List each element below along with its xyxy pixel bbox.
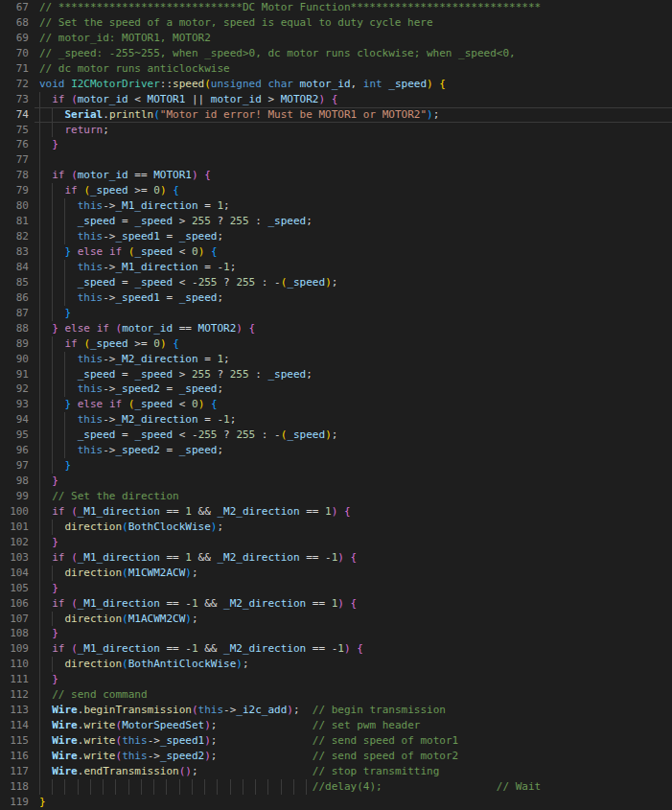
line-number[interactable]: 98	[0, 474, 36, 489]
code-line[interactable]: 102 }	[0, 535, 672, 550]
code-line[interactable]: 81 _speed = _speed > 255 ? 255 : _speed;	[0, 214, 672, 229]
line-number[interactable]: 110	[0, 657, 36, 672]
code-line[interactable]: 106 if (_M1_direction == -1 && _M2_direc…	[0, 596, 672, 612]
code-line[interactable]: 109 if (_M1_direction == -1 && _M2_direc…	[0, 641, 672, 657]
code-line[interactable]: 86 this->_speed1 = _speed;	[0, 290, 672, 306]
line-number[interactable]: 96	[0, 443, 36, 458]
code-line[interactable]: 87 }	[0, 306, 672, 321]
code-line[interactable]: 108 }	[0, 626, 672, 641]
line-number[interactable]: 106	[0, 596, 36, 612]
line-number[interactable]: 92	[0, 382, 36, 397]
code-line[interactable]: 104 direction(M1CWM2ACW);	[0, 566, 672, 581]
code-line[interactable]: 68// Set the speed of a motor, speed is …	[0, 15, 672, 31]
line-number[interactable]: 89	[0, 336, 36, 352]
code-line[interactable]: 89 if (_speed >= 0) {	[0, 336, 672, 352]
line-number[interactable]: 75	[0, 123, 36, 138]
line-number[interactable]: 69	[0, 31, 36, 46]
code-line[interactable]: 103 if (_M1_direction == 1 && _M2_direct…	[0, 550, 672, 566]
line-number[interactable]: 70	[0, 46, 36, 61]
code-line[interactable]: 84 this->_M1_direction = -1;	[0, 260, 672, 275]
line-number[interactable]: 107	[0, 612, 36, 627]
line-number[interactable]: 97	[0, 458, 36, 474]
code-line[interactable]: 85 _speed = _speed < -255 ? 255 : -(_spe…	[0, 275, 672, 290]
code-line[interactable]: 92 this->_speed2 = _speed;	[0, 382, 672, 397]
code-line[interactable]: 80 this->_M1_direction = 1;	[0, 198, 672, 214]
code-line[interactable]: 79 if (_speed >= 0) {	[0, 183, 672, 198]
code-line[interactable]: 95 _speed = _speed < -255 ? 255 : -(_spe…	[0, 428, 672, 443]
line-number[interactable]: 87	[0, 306, 36, 321]
line-number[interactable]: 108	[0, 626, 36, 641]
code-line[interactable]: 110 direction(BothAntiClockWise);	[0, 657, 672, 672]
code-line[interactable]: 77	[0, 152, 672, 168]
line-number[interactable]: 104	[0, 566, 36, 581]
code-line[interactable]: 91 _speed = _speed > 255 ? 255 : _speed;	[0, 367, 672, 382]
line-number[interactable]: 78	[0, 168, 36, 183]
code-line[interactable]: 78 if (motor_id == MOTOR1) {	[0, 168, 672, 183]
code-line[interactable]: 83 } else if (_speed < 0) {	[0, 244, 672, 260]
code-line[interactable]: 90 this->_M2_direction = 1;	[0, 352, 672, 367]
code-line[interactable]: 112 // send command	[0, 687, 672, 703]
line-number[interactable]: 88	[0, 321, 36, 336]
code-line[interactable]: 101 direction(BothClockWise);	[0, 520, 672, 535]
code-line[interactable]: 75 return;	[0, 123, 672, 138]
line-number[interactable]: 115	[0, 733, 36, 749]
line-number[interactable]: 94	[0, 412, 36, 428]
line-number[interactable]: 81	[0, 214, 36, 229]
code-line[interactable]: 96 this->_speed2 = _speed;	[0, 443, 672, 458]
code-line[interactable]: 116 Wire.write(this->_speed2); // send s…	[0, 749, 672, 764]
code-line[interactable]: 70// _speed: -255~255, when _speed>0, dc…	[0, 46, 672, 61]
line-number[interactable]: 68	[0, 15, 36, 31]
code-line[interactable]: 94 this->_M2_direction = -1;	[0, 412, 672, 428]
line-number[interactable]: 83	[0, 244, 36, 260]
line-number[interactable]: 119	[0, 795, 36, 810]
line-number[interactable]: 80	[0, 198, 36, 214]
line-number[interactable]: 112	[0, 687, 36, 703]
code-line[interactable]: 97 }	[0, 458, 672, 474]
code-line[interactable]: 88 } else if (motor_id == MOTOR2) {	[0, 321, 672, 336]
line-number[interactable]: 74	[0, 107, 36, 123]
line-number[interactable]: 76	[0, 137, 36, 152]
line-number[interactable]: 90	[0, 352, 36, 367]
code-line[interactable]: 99 // Set the direction	[0, 489, 672, 504]
code-line[interactable]: 118 //delay(4); // Wait	[0, 779, 672, 795]
code-line[interactable]: 105 }	[0, 581, 672, 596]
line-number[interactable]: 109	[0, 641, 36, 657]
code-line[interactable]: 100 if (_M1_direction == 1 && _M2_direct…	[0, 504, 672, 520]
line-number[interactable]: 77	[0, 152, 36, 168]
code-line[interactable]: 82 this->_speed1 = _speed;	[0, 229, 672, 244]
line-number[interactable]: 100	[0, 504, 36, 520]
code-line[interactable]: 74 Serial.println("Motor id error! Must …	[0, 107, 672, 123]
code-line[interactable]: 114 Wire.write(MotorSpeedSet); // set pw…	[0, 718, 672, 733]
line-number[interactable]: 105	[0, 581, 36, 596]
code-line[interactable]: 98 }	[0, 474, 672, 489]
code-line[interactable]: 113 Wire.beginTransmission(this->_i2c_ad…	[0, 703, 672, 718]
line-number[interactable]: 102	[0, 535, 36, 550]
line-number[interactable]: 72	[0, 77, 36, 92]
line-number[interactable]: 79	[0, 183, 36, 198]
line-number[interactable]: 103	[0, 550, 36, 566]
line-number[interactable]: 86	[0, 290, 36, 306]
line-number[interactable]: 84	[0, 260, 36, 275]
line-number[interactable]: 82	[0, 229, 36, 244]
line-number[interactable]: 73	[0, 92, 36, 107]
code-line[interactable]: 67// *****************************DC Mot…	[0, 0, 672, 15]
code-line[interactable]: 71// dc motor runs anticlockwise	[0, 61, 672, 77]
code-line[interactable]: 73 if (motor_id < MOTOR1 || motor_id > M…	[0, 92, 672, 107]
code-editor[interactable]: 67// *****************************DC Mot…	[0, 0, 672, 810]
line-number[interactable]: 67	[0, 0, 36, 15]
line-number[interactable]: 99	[0, 489, 36, 504]
code-line[interactable]: 93 } else if (_speed < 0) {	[0, 397, 672, 412]
line-number[interactable]: 85	[0, 275, 36, 290]
line-number[interactable]: 101	[0, 520, 36, 535]
code-line[interactable]: 72void I2CMotorDriver::speed(unsigned ch…	[0, 77, 672, 92]
line-number[interactable]: 111	[0, 672, 36, 687]
code-line[interactable]: 117 Wire.endTransmission(); // stop tran…	[0, 764, 672, 779]
line-number[interactable]: 114	[0, 718, 36, 733]
line-number[interactable]: 117	[0, 764, 36, 779]
line-number[interactable]: 113	[0, 703, 36, 718]
code-line[interactable]: 111 }	[0, 672, 672, 687]
line-number[interactable]: 71	[0, 61, 36, 77]
code-line[interactable]: 69// motor_id: MOTOR1, MOTOR2	[0, 31, 672, 46]
code-line[interactable]: 107 direction(M1ACWM2CW);	[0, 612, 672, 627]
line-number[interactable]: 116	[0, 749, 36, 764]
